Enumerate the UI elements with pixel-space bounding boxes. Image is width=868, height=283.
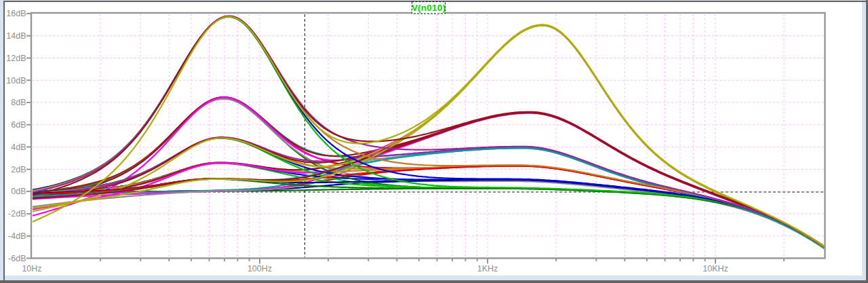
svg-text:4dB: 4dB [11,143,26,152]
svg-text:-4dB: -4dB [8,231,26,241]
svg-text:6dB: 6dB [11,120,26,130]
svg-text:100Hz: 100Hz [248,264,272,273]
svg-text:12dB: 12dB [6,54,26,63]
svg-text:10Hz: 10Hz [22,264,41,273]
svg-text:16dB: 16dB [6,9,26,18]
svg-text:10KHz: 10KHz [703,264,728,273]
svg-text:14dB: 14dB [6,31,26,41]
svg-text:V(n010): V(n010) [412,3,446,13]
svg-text:-2dB: -2dB [8,209,26,219]
svg-text:-6dB: -6dB [8,254,26,263]
svg-text:1KHz: 1KHz [477,264,498,273]
svg-text:10dB: 10dB [6,76,26,86]
svg-text:8dB: 8dB [11,98,26,107]
svg-text:2dB: 2dB [11,165,26,174]
svg-text:0dB: 0dB [11,187,26,196]
